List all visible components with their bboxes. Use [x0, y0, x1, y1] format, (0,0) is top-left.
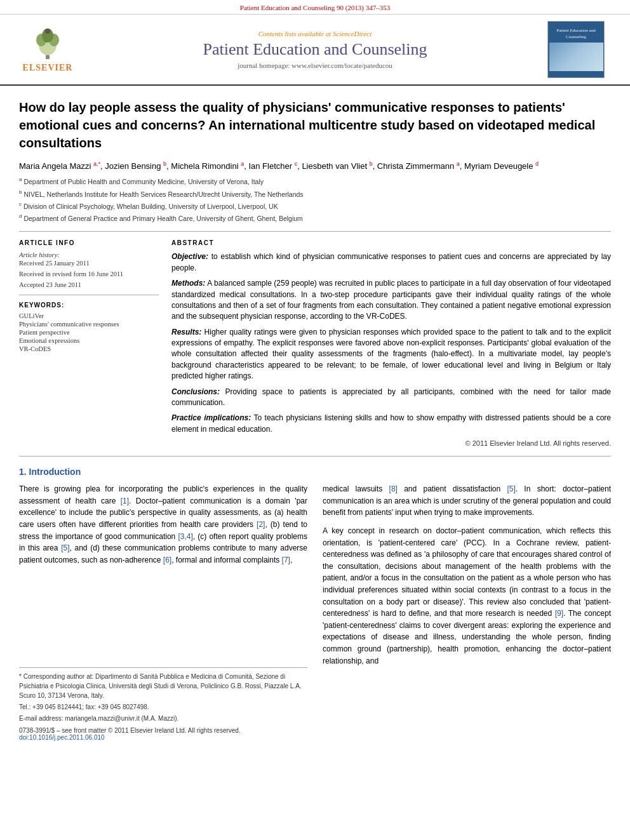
abstract-practice: Practice implications: To teach physicia… — [171, 413, 611, 435]
elsevier-wordmark: ELSEVIER — [23, 63, 73, 73]
article-info-abstract: ARTICLE INFO Article history: Received 2… — [19, 239, 611, 447]
ref-7[interactable]: [7] — [282, 556, 290, 564]
journal-cover-section: Patient Education and Counseling — [547, 21, 617, 78]
conclusions-text: Providing space to patients is appreciat… — [171, 387, 611, 407]
ref-6[interactable]: [6] — [163, 556, 171, 564]
info-divider — [19, 295, 159, 295]
affil-c-text: Division of Clinical Psychology, Whelan … — [23, 202, 278, 210]
intro-columns: There is growing plea for incorporating … — [19, 483, 611, 741]
article-info-heading: ARTICLE INFO — [19, 239, 159, 246]
sciencedirect-name[interactable]: ScienceDirect — [333, 30, 372, 37]
affil-a: a Department of Public Health and Commun… — [19, 176, 611, 187]
article-info-column: ARTICLE INFO Article history: Received 2… — [19, 239, 159, 447]
abstract-results: Results: Higher quality ratings were giv… — [171, 327, 611, 382]
elsevier-tree-icon — [29, 26, 67, 61]
footnote-corresponding: * Corresponding author at: Dipartimento … — [19, 672, 307, 700]
affil-d-text: Department of General Practice and Prima… — [23, 215, 302, 222]
elsevier-logo: ELSEVIER — [13, 26, 83, 73]
ref-1[interactable]: [1] — [121, 497, 129, 505]
received-date: Received 25 January 2011 — [19, 260, 159, 267]
ref-5[interactable]: [5] — [61, 543, 69, 552]
keyword-5: VR-CoDES — [19, 345, 159, 352]
svg-point-5 — [45, 29, 50, 34]
footnote-tel: Tel.: +39 045 8124441; fax: +39 045 8027… — [19, 702, 307, 712]
journal-homepage: journal homepage: www.elsevier.com/locat… — [83, 62, 547, 69]
article-title: How do lay people assess the quality of … — [19, 98, 611, 152]
introduction-section: 1. Introduction There is growing plea fo… — [19, 467, 611, 741]
issn-text: 0738-3991/$ – see front matter © 2011 El… — [19, 727, 241, 734]
sciencedirect-link: Contents lists available at ScienceDirec… — [83, 30, 547, 37]
intro-right-column: medical lawsuits [8] and patient dissati… — [323, 483, 611, 741]
keyword-3: Patient perspective — [19, 329, 159, 336]
journal-header: ELSEVIER Contents lists available at Sci… — [0, 15, 630, 86]
keyword-1: GULiVer — [19, 312, 159, 319]
abstract-methods: Methods: A balanced sample (259 people) … — [171, 278, 611, 323]
intro-para-1: There is growing plea for incorporating … — [19, 483, 307, 566]
objective-label: Objective: — [171, 252, 208, 261]
abstract-divider — [19, 456, 611, 457]
ref-5b[interactable]: [5] — [507, 484, 515, 493]
ref-8[interactable]: [8] — [389, 484, 398, 493]
results-text: Higher quality ratings were given to phy… — [171, 328, 611, 381]
doi-line: doi:10.1016/j.pec.2011.06.010 — [19, 734, 307, 741]
affiliations: a Department of Public Health and Commun… — [19, 176, 611, 223]
journal-cover-image: Patient Education and Counseling — [547, 21, 605, 78]
intro-title: 1. Introduction — [19, 467, 611, 477]
abstract-column: ABSTRACT Objective: to establish which k… — [171, 239, 611, 447]
intro-para-3: A key concept in research on doctor–pati… — [323, 525, 611, 667]
cover-photo — [549, 43, 603, 71]
article-body: How do lay people assess the quality of … — [0, 86, 630, 754]
affil-c: c Division of Clinical Psychology, Whela… — [19, 201, 611, 211]
affil-d: d Department of General Practice and Pri… — [19, 213, 611, 223]
ref-2[interactable]: [2] — [257, 520, 265, 529]
intro-para-2: medical lawsuits [8] and patient dissati… — [323, 483, 611, 519]
keyword-2: Physicians' communicative responses — [19, 321, 159, 328]
ref-3-4[interactable]: [3,4] — [178, 532, 192, 541]
intro-number: 1. — [19, 467, 27, 477]
article-history-label: Article history: — [19, 251, 159, 258]
intro-left-column: There is growing plea for incorporating … — [19, 483, 307, 741]
affil-a-text: Department of Public Health and Communit… — [23, 178, 264, 185]
abstract-conclusions: Conclusions: Providing space to patients… — [171, 387, 611, 409]
footnote-email: E-mail address: mariangela.mazzi@univr.i… — [19, 714, 307, 723]
banner-text: Patient Education and Counseling 90 (201… — [240, 4, 390, 11]
bottom-info: 0738-3991/$ – see front matter © 2011 El… — [19, 727, 307, 734]
journal-title: Patient Education and Counseling — [83, 40, 547, 59]
cover-journal-title: Patient Education and Counseling — [551, 28, 601, 39]
journal-title-section: Contents lists available at ScienceDirec… — [83, 30, 547, 69]
journal-banner: Patient Education and Counseling 90 (201… — [0, 0, 630, 15]
elsevier-logo-section: ELSEVIER — [13, 26, 83, 73]
practice-label: Practice implications: — [171, 413, 251, 422]
conclusions-label: Conclusions: — [171, 387, 220, 396]
affil-b-text: NIVEL, Netherlands Institute for Health … — [23, 190, 303, 197]
header-divider — [19, 231, 611, 232]
results-label: Results: — [171, 328, 201, 337]
affil-b: b NIVEL, Netherlands Institute for Healt… — [19, 189, 611, 199]
keyword-4: Emotional expressions — [19, 337, 159, 344]
copyright-line: © 2011 Elsevier Ireland Ltd. All rights … — [171, 439, 611, 447]
intro-title-text: Introduction — [29, 467, 81, 477]
authors-line: Maria Angela Mazzi a,*, Jozien Bensing b… — [19, 161, 611, 171]
keywords-heading: Keywords: — [19, 302, 159, 309]
methods-label: Methods: — [171, 279, 205, 288]
objective-text: to establish which kind of physician com… — [171, 252, 611, 272]
accepted-date: Accepted 23 June 2011 — [19, 281, 159, 288]
abstract-heading: ABSTRACT — [171, 239, 611, 246]
abstract-objective: Objective: to establish which kind of ph… — [171, 251, 611, 274]
revised-date: Received in revised form 16 June 2011 — [19, 270, 159, 277]
footnotes: * Corresponding author at: Dipartimento … — [19, 667, 307, 741]
ref-9[interactable]: [9] — [555, 609, 563, 618]
methods-text: A balanced sample (259 people) was recru… — [171, 279, 611, 321]
